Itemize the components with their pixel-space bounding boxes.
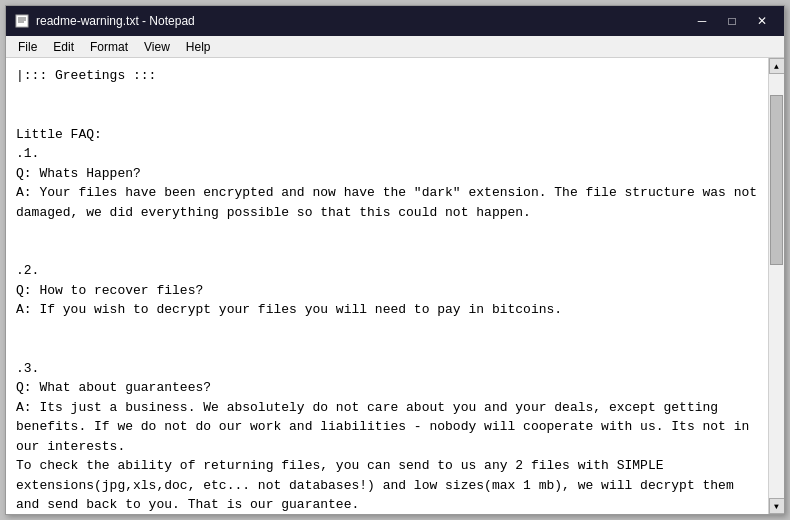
menu-edit[interactable]: Edit — [45, 37, 82, 57]
title-bar: readme-warning.txt - Notepad ─ □ ✕ — [6, 6, 784, 36]
scroll-down-button[interactable]: ▼ — [769, 498, 785, 514]
scroll-up-button[interactable]: ▲ — [769, 58, 785, 74]
content-wrapper: |::: Greetings ::: Little FAQ: .1. Q: Wh… — [6, 58, 784, 514]
close-button[interactable]: ✕ — [748, 11, 776, 31]
text-editor[interactable]: |::: Greetings ::: Little FAQ: .1. Q: Wh… — [6, 58, 768, 514]
window-controls: ─ □ ✕ — [688, 11, 776, 31]
scroll-thumb[interactable] — [770, 95, 783, 265]
menu-file[interactable]: File — [10, 37, 45, 57]
menu-bar: File Edit Format View Help — [6, 36, 784, 58]
window-title: readme-warning.txt - Notepad — [36, 14, 688, 28]
svg-rect-0 — [16, 15, 28, 27]
window-icon — [14, 13, 30, 29]
minimize-button[interactable]: ─ — [688, 11, 716, 31]
notepad-window: readme-warning.txt - Notepad ─ □ ✕ File … — [5, 5, 785, 515]
maximize-button[interactable]: □ — [718, 11, 746, 31]
scrollbar[interactable]: ▲ ▼ — [768, 58, 784, 514]
menu-view[interactable]: View — [136, 37, 178, 57]
scroll-track[interactable] — [769, 74, 784, 498]
menu-help[interactable]: Help — [178, 37, 219, 57]
menu-format[interactable]: Format — [82, 37, 136, 57]
